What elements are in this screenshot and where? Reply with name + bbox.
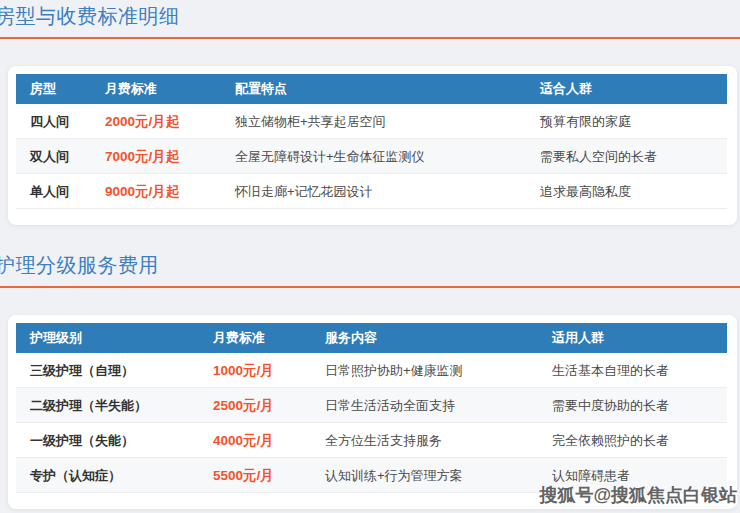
cell-room-type: 双人间: [16, 139, 91, 174]
cell-room-type: 四人间: [16, 104, 91, 139]
table-row: 双人间 7000元/月起 全屋无障碍设计+生命体征监测仪 需要私人空间的长者: [16, 139, 727, 174]
cell-care-level: 专护（认知症）: [16, 458, 199, 493]
cell-monthly-fee: 1000元/月: [199, 353, 311, 388]
cell-audience: 生活基本自理的长者: [538, 353, 727, 388]
col-header-features: 配置特点: [221, 74, 526, 104]
cell-services: 日常生活活动全面支持: [311, 388, 538, 423]
cell-services: 日常照护协助+健康监测: [311, 353, 538, 388]
section-room-pricing: 房型与收费标准明细 房型 月费标准 配置特点 适合人群 四人间: [0, 0, 740, 225]
nursing-fees-card: 护理级别 月费标准 服务内容 适用人群 三级护理（自理） 1000元/月 日常照…: [8, 315, 737, 509]
cell-features: 全屋无障碍设计+生命体征监测仪: [221, 139, 526, 174]
orange-divider: [0, 37, 740, 39]
col-header-audience: 适合人群: [526, 74, 727, 104]
cell-care-level: 一级护理（失能）: [16, 423, 199, 458]
section-title-room-pricing: 房型与收费标准明细: [0, 0, 740, 37]
sohu-watermark: 搜狐号@搜狐焦点白银站: [539, 483, 737, 507]
table-row: 三级护理（自理） 1000元/月 日常照护协助+健康监测 生活基本自理的长者: [16, 353, 727, 388]
col-header-monthly-fee: 月费标准: [199, 323, 311, 353]
table-header-row: 房型 月费标准 配置特点 适合人群: [16, 74, 727, 104]
cell-audience: 需要中度协助的长者: [538, 388, 727, 423]
cell-monthly-fee: 9000元/月起: [91, 174, 221, 209]
col-header-services: 服务内容: [311, 323, 538, 353]
cell-monthly-fee: 2000元/月起: [91, 104, 221, 139]
col-header-monthly-fee: 月费标准: [91, 74, 221, 104]
room-pricing-card: 房型 月费标准 配置特点 适合人群 四人间 2000元/月起 独立储物柜+共享起…: [8, 66, 737, 225]
section-title-nursing-fees: 护理分级服务费用: [0, 249, 740, 286]
cell-audience: 需要私人空间的长者: [526, 139, 727, 174]
cell-room-type: 单人间: [16, 174, 91, 209]
orange-divider: [0, 286, 740, 288]
cell-features: 怀旧走廊+记忆花园设计: [221, 174, 526, 209]
cell-audience: 预算有限的家庭: [526, 104, 727, 139]
cell-services: 认知训练+行为管理方案: [311, 458, 538, 493]
table-row: 四人间 2000元/月起 独立储物柜+共享起居空间 预算有限的家庭: [16, 104, 727, 139]
table-row: 单人间 9000元/月起 怀旧走廊+记忆花园设计 追求最高隐私度: [16, 174, 727, 209]
table-header-row: 护理级别 月费标准 服务内容 适用人群: [16, 323, 727, 353]
cell-audience: 完全依赖照护的长者: [538, 423, 727, 458]
article-page: 房型与收费标准明细 房型 月费标准 配置特点 适合人群 四人间: [0, 0, 740, 513]
cell-monthly-fee: 7000元/月起: [91, 139, 221, 174]
cell-care-level: 三级护理（自理）: [16, 353, 199, 388]
cell-services: 全方位生活支持服务: [311, 423, 538, 458]
col-header-audience: 适用人群: [538, 323, 727, 353]
nursing-fees-table: 护理级别 月费标准 服务内容 适用人群 三级护理（自理） 1000元/月 日常照…: [16, 323, 727, 493]
table-row: 一级护理（失能） 4000元/月 全方位生活支持服务 完全依赖照护的长者: [16, 423, 727, 458]
col-header-room-type: 房型: [16, 74, 91, 104]
cell-care-level: 二级护理（半失能）: [16, 388, 199, 423]
section-nursing-fees: 护理分级服务费用 护理级别 月费标准 服务内容 适用人群 三级护理: [0, 249, 740, 509]
col-header-care-level: 护理级别: [16, 323, 199, 353]
cell-audience: 追求最高隐私度: [526, 174, 727, 209]
cell-monthly-fee: 4000元/月: [199, 423, 311, 458]
cell-monthly-fee: 5500元/月: [199, 458, 311, 493]
cell-features: 独立储物柜+共享起居空间: [221, 104, 526, 139]
table-row: 二级护理（半失能） 2500元/月 日常生活活动全面支持 需要中度协助的长者: [16, 388, 727, 423]
room-pricing-table: 房型 月费标准 配置特点 适合人群 四人间 2000元/月起 独立储物柜+共享起…: [16, 74, 727, 209]
cell-monthly-fee: 2500元/月: [199, 388, 311, 423]
